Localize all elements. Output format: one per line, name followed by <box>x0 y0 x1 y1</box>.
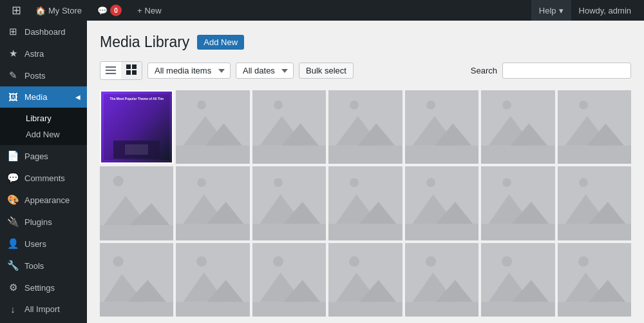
media-item[interactable] <box>176 90 249 164</box>
grid-view-button[interactable] <box>121 62 142 79</box>
placeholder-mountains-icon <box>405 166 478 240</box>
store-name: My Store <box>48 6 82 15</box>
svg-point-43 <box>350 179 359 188</box>
admin-bar: ⊞ 🏠 My Store 💬 0 + New Help ▾ Howdy, adm… <box>0 0 644 21</box>
media-item[interactable] <box>481 90 554 164</box>
sidebar-item-tools[interactable]: 🔧 Tools <box>0 255 87 277</box>
svg-point-83 <box>578 256 589 266</box>
admin-bar-new[interactable]: + New <box>129 0 169 21</box>
svg-rect-5 <box>126 70 131 75</box>
sidebar-label: Comments <box>24 173 65 183</box>
media-item[interactable] <box>100 166 173 240</box>
sidebar-item-comments[interactable]: 💬 Comments <box>0 167 87 189</box>
sidebar: ⊞ Dashboard ★ Astra ✎ Posts 🖼 Media ◀ Li… <box>0 21 87 323</box>
svg-point-47 <box>426 179 435 188</box>
bulk-select-button[interactable]: Bulk select <box>299 63 354 79</box>
svg-point-75 <box>426 256 436 266</box>
sidebar-label: Pages <box>24 152 48 161</box>
media-item[interactable] <box>558 166 631 240</box>
list-view-button[interactable] <box>100 62 121 79</box>
add-new-button[interactable]: Add New <box>197 35 244 50</box>
sidebar-item-settings[interactable]: ⚙ Settings <box>0 277 87 299</box>
admin-bar-store[interactable]: 🏠 My Store <box>28 0 90 21</box>
placeholder-mountains-icon <box>252 90 326 164</box>
svg-point-39 <box>274 179 283 188</box>
pages-icon: 📄 <box>6 150 19 162</box>
new-label: New <box>145 6 162 15</box>
media-item[interactable] <box>328 166 402 240</box>
posts-icon: ✎ <box>6 70 19 81</box>
sidebar-item-appearance[interactable]: 🎨 Appearance <box>0 189 87 211</box>
media-item[interactable] <box>558 243 631 317</box>
sidebar-label: Astra <box>24 49 44 59</box>
media-item[interactable] <box>481 166 554 240</box>
placeholder-mountains-icon <box>405 243 478 317</box>
media-item[interactable] <box>405 166 478 240</box>
new-icon: + <box>137 6 142 15</box>
adminbar-right: Help ▾ Howdy, admin <box>531 0 639 21</box>
svg-rect-38 <box>176 224 249 240</box>
sidebar-item-posts[interactable]: ✎ Posts <box>0 64 87 86</box>
media-toolbar: All media items All dates Bulk select Se… <box>100 61 631 80</box>
placeholder-mountains-icon <box>176 243 249 317</box>
media-item[interactable] <box>558 90 631 164</box>
media-icon: 🖼 <box>6 92 19 103</box>
media-item[interactable] <box>252 90 326 164</box>
help-button[interactable]: Help ▾ <box>531 0 571 21</box>
media-item[interactable] <box>328 90 402 164</box>
placeholder-mountains-icon <box>405 90 478 164</box>
media-item[interactable] <box>100 243 173 317</box>
media-arrow: ◀ <box>75 93 80 101</box>
sidebar-label: Plugins <box>24 217 52 227</box>
wp-logo[interactable]: ⊞ <box>5 3 28 17</box>
sidebar-label: Appearance <box>24 195 70 205</box>
placeholder-mountains-icon <box>558 243 631 317</box>
placeholder-mountains-icon <box>252 166 326 240</box>
date-filter[interactable]: All dates <box>236 63 294 79</box>
sidebar-item-astra[interactable]: ★ Astra <box>0 43 87 64</box>
sidebar-item-pages[interactable]: 📄 Pages <box>0 145 87 167</box>
media-item[interactable] <box>405 90 478 164</box>
sidebar-item-media[interactable]: 🖼 Media ◀ <box>0 86 87 108</box>
media-item[interactable] <box>176 166 249 240</box>
media-item[interactable]: The Most Popular Theme of All Tim <box>100 90 173 164</box>
placeholder-mountains-icon <box>558 90 631 164</box>
sidebar-item-dashboard[interactable]: ⊞ Dashboard <box>0 21 87 43</box>
svg-rect-26 <box>481 146 554 164</box>
search-input[interactable] <box>502 63 631 79</box>
svg-point-35 <box>198 179 207 188</box>
sidebar-sub-add-new[interactable]: Add New <box>19 126 87 142</box>
list-icon <box>106 66 116 74</box>
sidebar-item-users[interactable]: 👤 Users <box>0 233 87 255</box>
media-grid: The Most Popular Theme of All Tim <box>100 90 631 317</box>
media-item[interactable] <box>176 243 249 317</box>
media-submenu: Library Add New <box>0 108 87 145</box>
appearance-icon: 🎨 <box>6 194 19 206</box>
media-item[interactable] <box>405 243 478 317</box>
sidebar-sub-library[interactable]: Library <box>19 110 87 126</box>
placeholder-mountains-icon <box>252 243 326 317</box>
comments-icon: 💬 <box>6 172 19 184</box>
sidebar-item-all-import[interactable]: ↓ All Import <box>0 299 87 320</box>
media-item[interactable] <box>252 243 326 317</box>
svg-rect-70 <box>252 302 326 317</box>
sidebar-label: Settings <box>24 283 55 293</box>
media-item[interactable] <box>328 243 402 317</box>
svg-point-79 <box>502 256 512 266</box>
admin-bar-howdy[interactable]: Howdy, admin <box>571 6 639 15</box>
page-title: Media Library <box>100 34 189 51</box>
astra-icon: ★ <box>6 48 19 59</box>
all-import-icon: ↓ <box>6 304 19 315</box>
svg-rect-54 <box>481 224 554 240</box>
search-label: Search <box>471 66 497 75</box>
svg-point-7 <box>198 101 207 110</box>
sidebar-item-plugins[interactable]: 🔌 Plugins <box>0 211 87 233</box>
svg-rect-78 <box>405 302 478 317</box>
media-type-filter[interactable]: All media items <box>147 63 231 79</box>
media-item[interactable] <box>481 243 554 317</box>
placeholder-mountains-icon <box>100 166 173 240</box>
media-item[interactable] <box>252 166 326 240</box>
admin-bar-comments[interactable]: 💬 0 <box>90 0 129 21</box>
svg-rect-86 <box>558 302 631 317</box>
svg-point-31 <box>113 176 124 186</box>
